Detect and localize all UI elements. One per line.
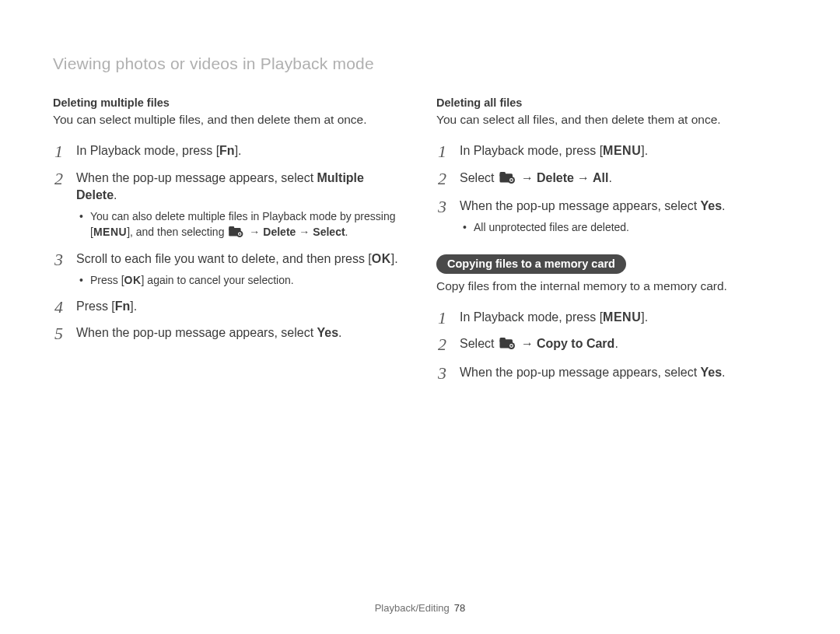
section-heading-delete-all: Deleting all files <box>436 96 787 109</box>
yes-option: Yes <box>317 326 339 339</box>
left-column: Deleting multiple files You can select m… <box>53 96 404 391</box>
step-1: In Playback mode, press [MENU]. <box>436 142 787 160</box>
substep-text: . <box>345 226 348 238</box>
step-3-substep: Press [OK] again to cancel your selectio… <box>76 273 404 289</box>
step-text: In Playback mode, press [ <box>76 144 219 157</box>
right-column: Deleting all files You can select all fi… <box>436 96 787 391</box>
delete-option: Delete <box>263 226 296 238</box>
section-heading-delete-multiple: Deleting multiple files <box>53 96 404 109</box>
step-text: Select <box>460 171 498 184</box>
step-3: When the pop-up message appears, select … <box>436 364 787 382</box>
substep-text: ] again to cancel your selection. <box>142 274 294 286</box>
delete-option: Delete <box>537 171 574 184</box>
yes-option: Yes <box>701 199 723 212</box>
step-text: . <box>722 199 725 212</box>
step-text: Press [ <box>76 299 115 313</box>
step-text: . <box>614 337 618 350</box>
step-text: ]. <box>641 310 648 324</box>
page-footer: Playback/Editing78 <box>0 602 840 614</box>
step-4: Press [Fn]. <box>53 298 404 316</box>
step-text: When the pop-up message appears, select <box>460 366 701 379</box>
page-title: Viewing photos or videos in Playback mod… <box>53 54 787 73</box>
substep: Press [OK] again to cancel your selectio… <box>76 273 404 289</box>
steps-delete-multiple: In Playback mode, press [Fn]. When the p… <box>53 142 404 342</box>
step-text: ]. <box>641 144 648 157</box>
substep-text: All unprotected files are deleted. <box>474 221 629 233</box>
section-pill-copy-to-card: Copying files to a memory card <box>436 254 626 274</box>
step-text: . <box>608 171 611 184</box>
step-2-substep: You can also delete multiple files in Pl… <box>76 209 404 241</box>
menu-key: MENU <box>603 144 641 157</box>
content-columns: Deleting multiple files You can select m… <box>53 96 787 391</box>
step-3: When the pop-up message appears, select … <box>436 198 787 235</box>
step-text: When the pop-up message appears, select <box>76 171 317 184</box>
step-text: . <box>722 366 725 379</box>
steps-copy-to-card: In Playback mode, press [MENU]. Select →… <box>436 309 787 382</box>
step-3: Scroll to each file you want to delete, … <box>53 250 404 288</box>
step-text: . <box>338 326 341 339</box>
step-text: ]. <box>391 252 398 265</box>
step-text: . <box>114 188 117 201</box>
ok-key: OK <box>124 274 142 286</box>
fn-key: Fn <box>115 299 131 313</box>
fn-key: Fn <box>219 144 235 157</box>
section-intro-delete-all: You can select all files, and then delet… <box>436 112 787 128</box>
select-option: Select <box>313 226 345 238</box>
copy-to-card-option: Copy to Card <box>537 337 614 350</box>
folder-gear-icon <box>499 171 516 189</box>
manual-page: Viewing photos or videos in Playback mod… <box>0 0 840 634</box>
substep: You can also delete multiple files in Pl… <box>76 209 404 241</box>
substep-text: Press [ <box>90 274 124 286</box>
substep-text: ], and then selecting <box>127 226 227 238</box>
arrow-icon: → <box>521 337 534 350</box>
step-text: In Playback mode, press [ <box>460 144 603 157</box>
step-text: When the pop-up message appears, select <box>76 326 317 339</box>
step-text: In Playback mode, press [ <box>460 310 603 324</box>
substep: All unprotected files are deleted. <box>460 220 787 236</box>
ok-key: OK <box>372 252 391 265</box>
page-number: 78 <box>454 602 465 614</box>
step-text: ]. <box>130 299 137 313</box>
section-intro-delete-multiple: You can select multiple files, and then … <box>53 112 404 128</box>
steps-delete-all: In Playback mode, press [MENU]. Select →… <box>436 142 787 236</box>
step-text: Select <box>460 337 498 350</box>
step-2: Select →Delete→All. <box>436 170 787 189</box>
folder-gear-icon <box>229 226 244 242</box>
footer-section: Playback/Editing <box>375 602 450 614</box>
step-text: ]. <box>235 144 242 157</box>
arrow-icon: → <box>249 226 260 238</box>
step-1: In Playback mode, press [Fn]. <box>53 142 404 160</box>
step-3-substep: All unprotected files are deleted. <box>460 220 787 236</box>
arrow-icon: → <box>577 171 590 184</box>
menu-key: MENU <box>603 310 641 324</box>
step-1: In Playback mode, press [MENU]. <box>436 309 787 327</box>
step-2: When the pop-up message appears, select … <box>53 170 404 242</box>
yes-option: Yes <box>701 366 723 379</box>
step-text: Scroll to each file you want to delete, … <box>76 252 372 265</box>
arrow-icon: → <box>299 226 310 238</box>
step-5: When the pop-up message appears, select … <box>53 324 404 342</box>
folder-gear-icon <box>499 337 516 355</box>
section-intro-copy-to-card: Copy files from the internal memory to a… <box>436 278 787 295</box>
arrow-icon: → <box>521 171 534 184</box>
all-option: All <box>593 171 608 184</box>
menu-key: MENU <box>93 226 127 238</box>
step-2: Select →Copy to Card. <box>436 335 787 355</box>
step-text: When the pop-up message appears, select <box>460 199 701 212</box>
